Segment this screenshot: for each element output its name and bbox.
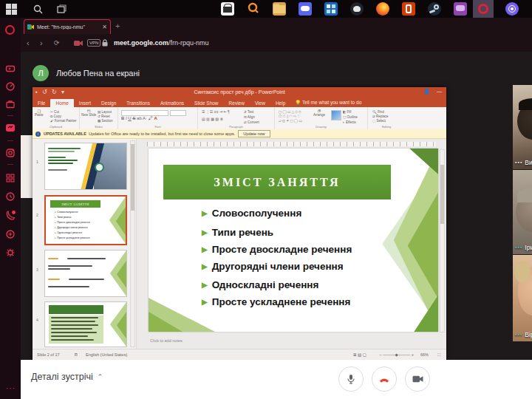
zoom-percent[interactable]: 66% — [420, 349, 429, 361]
back-icon[interactable]: ‹ — [27, 34, 30, 52]
arrange-button[interactable]: 🗇Arrange — [313, 109, 325, 117]
discord-icon[interactable] — [299, 2, 312, 16]
ribbon-tab-review[interactable]: Review — [224, 99, 250, 107]
ribbon-group-clipboard: 📋Paste ✂ Cut ⧉ Copy 🖌 Format Painter Cli… — [33, 107, 80, 129]
slide-thumbnail-3[interactable] — [44, 250, 127, 297]
new-slide-button[interactable]: 🗔New Slide — [81, 109, 96, 117]
spellcheck-icon[interactable]: 🖹 — [74, 349, 78, 361]
settings-gear-icon[interactable] — [5, 248, 16, 258]
tell-me-box[interactable]: 💡 Tell me what you want to do — [290, 98, 366, 107]
slide-bullet[interactable]: Просте двоскладне речення — [202, 244, 352, 255]
start-button-icon[interactable] — [4, 2, 18, 16]
messenger-active-icon[interactable] — [5, 123, 16, 133]
editor-scrollbar[interactable] — [440, 149, 445, 332]
instagram-icon[interactable] — [5, 148, 16, 158]
select-button[interactable]: ⬚ Select — [372, 119, 386, 123]
ppt-ribbon-tabs: File Home Insert Design Transitions Anim… — [33, 98, 446, 107]
ribbon-tab-design[interactable]: Design — [96, 99, 121, 107]
language-status[interactable]: English (United States) — [86, 349, 127, 361]
ribbon-tab-file[interactable]: File — [33, 99, 50, 107]
align-text-button[interactable]: ⊟ Align — [244, 115, 255, 120]
text-direction-button[interactable]: ⇵ Text — [244, 110, 253, 115]
font-name-select[interactable] — [121, 110, 168, 116]
participant-tile-3[interactable]: •••Віра — [513, 255, 532, 341]
ribbon-tab-view[interactable]: View — [250, 99, 270, 107]
fit-slide-icon[interactable]: ⛶ — [437, 349, 440, 361]
browser-search-icon[interactable] — [247, 2, 260, 16]
font-size-select[interactable] — [170, 110, 186, 116]
file-explorer-icon[interactable] — [273, 2, 286, 16]
add-feature-icon[interactable] — [5, 229, 16, 239]
format-painter-button[interactable]: 🖌 Format Painter — [50, 119, 77, 123]
opera-sidebar: ··· — [0, 18, 21, 399]
slide-canvas[interactable]: ЗМІСТ ЗАНЯТТЯ Словосполучення Типи речен… — [149, 149, 438, 332]
slide-bullet[interactable]: Словосполучення — [202, 208, 301, 219]
github-icon[interactable] — [350, 2, 364, 16]
ribbon-tab-slideshow[interactable]: Slide Show — [189, 99, 224, 107]
firefox-icon[interactable] — [376, 2, 389, 16]
shape-fill-button[interactable]: ◧ Fill — [343, 110, 351, 115]
tab-close-icon[interactable]: ✕ — [102, 24, 107, 30]
ribbon-tab-home[interactable]: Home — [50, 99, 73, 107]
font-format-buttons[interactable]: B I U S ab A· 🖍 A — [121, 116, 157, 120]
zoom-slider[interactable]: − ———◆——— + — [379, 349, 414, 361]
phone-notification-icon[interactable] — [5, 210, 16, 220]
steam-icon[interactable] — [428, 2, 441, 16]
new-tab-icon[interactable]: + — [115, 21, 120, 30]
shape-outline-button[interactable]: ▢ Outline — [343, 115, 358, 120]
shape-gallery[interactable]: ◻◯▭△⬦◇⬠☆▯◠⇨♡▱◎✦◻◯▭ — [279, 109, 303, 123]
ribbon-tab-insert[interactable]: Insert — [74, 99, 96, 107]
office-icon[interactable] — [402, 2, 415, 16]
taskbar-search-icon[interactable] — [31, 2, 44, 16]
slide-thumbnail-2-selected[interactable]: ЗМІСТ ЗАНЯТТЯ Словосполучення Типи речен… — [44, 195, 127, 245]
slide-bullet[interactable]: Типи речень — [202, 227, 273, 238]
browser-tab-meet[interactable]: Meet: "frn-rpqu-nmu" ✕ — [24, 19, 111, 34]
view-buttons[interactable]: ⊞ ▤ ▢ — [353, 349, 366, 361]
ribbon-tab-animations[interactable]: Animations — [155, 99, 189, 107]
mail-icon[interactable] — [324, 2, 338, 16]
history-icon[interactable] — [5, 191, 16, 202]
ppt-title-bar[interactable]: ▪ ↺ ↻ ▾ Синтаксис прост реч дбр - PowerP… — [33, 87, 446, 98]
forward-icon[interactable]: › — [40, 34, 43, 52]
task-view-icon[interactable] — [55, 2, 68, 16]
apps-grid-icon[interactable] — [5, 173, 16, 183]
slide-bullet[interactable]: Просте ускладнене речення — [202, 296, 350, 307]
participant-tile-self[interactable]: •••Ви — [513, 85, 532, 169]
slide-thumbnail-4[interactable] — [44, 301, 127, 347]
camera-button[interactable] — [405, 366, 430, 392]
more-options-icon[interactable]: ••• — [515, 161, 522, 164]
lock-icon[interactable] — [102, 39, 108, 47]
thumbnail-scrollbar[interactable] — [130, 140, 135, 347]
camera-tab-icon[interactable] — [74, 40, 83, 47]
list-buttons[interactable]: ☰ ⋮☰ ≡≡ ⇥ ⇤ ¶ — [202, 109, 230, 114]
viber-icon[interactable] — [505, 2, 519, 16]
section-button[interactable]: ▦ Section — [98, 119, 113, 123]
update-now-button[interactable]: Update now — [238, 130, 270, 137]
slide-bullet[interactable]: Другорядні члени речення — [202, 261, 344, 272]
quick-styles-button[interactable] — [331, 110, 341, 120]
url-text[interactable]: meet.google.com/frn-rpqu-nmu — [114, 34, 209, 52]
ribbon-tab-help[interactable]: Help — [270, 99, 290, 107]
opera-active-highlight[interactable] — [473, 0, 494, 18]
messenger-icon[interactable] — [454, 2, 467, 16]
sidebar-more-icon[interactable]: ··· — [6, 384, 16, 392]
gx-corner-icon[interactable] — [5, 64, 16, 74]
slide-bullet[interactable]: Односкладні речення — [202, 279, 318, 290]
paste-button[interactable]: 📋Paste — [35, 109, 44, 117]
microsoft-store-icon[interactable] — [221, 2, 234, 16]
align-buttons[interactable]: ▤ ▥ ▦ ▧ ≣ — [202, 117, 223, 121]
ppt-window-controls[interactable]: — — [437, 89, 443, 94]
hangup-button[interactable] — [372, 366, 397, 392]
participant-tile-2[interactable]: •••Іри — [513, 170, 532, 254]
vpn-badge[interactable]: VPN — [87, 39, 100, 47]
meeting-details-toggle[interactable]: Деталі зустрічі ⌃ — [31, 372, 103, 382]
workspaces-icon[interactable] — [5, 99, 16, 109]
slide-title-bar[interactable]: ЗМІСТ ЗАНЯТТЯ — [163, 165, 391, 200]
ppt-user-account[interactable]: 👤 — [423, 89, 430, 95]
notes-placeholder[interactable]: Click to add notes — [150, 338, 183, 343]
speed-dial-icon[interactable] — [5, 81, 16, 92]
slide-thumbnail-1[interactable] — [44, 143, 127, 190]
reload-icon[interactable]: ⟳ — [54, 34, 60, 52]
ribbon-tab-transitions[interactable]: Transitions — [121, 99, 155, 107]
mic-button[interactable] — [338, 366, 364, 392]
